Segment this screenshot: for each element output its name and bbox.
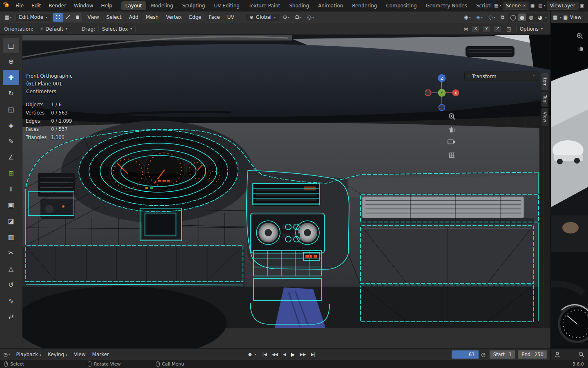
rendered-shading-button[interactable]: ◕ — [536, 13, 544, 21]
timeline-editor-icon[interactable]: ◷ — [3, 352, 7, 357]
tool-edge-slide[interactable]: ⇄ — [3, 309, 19, 324]
pan-hand-icon[interactable] — [448, 125, 456, 133]
transform-panel-header[interactable]: › Transform ∷ — [464, 72, 539, 81]
secondary-image-icon[interactable]: ▣ — [563, 14, 568, 20]
workspace-tab-uv-editing[interactable]: UV Editing — [210, 1, 244, 10]
secondary-viewport-canvas[interactable] — [551, 23, 588, 348]
timeline-editor-caret-icon[interactable]: ▾ — [8, 352, 10, 356]
menu-face[interactable]: Face — [206, 13, 223, 21]
tool-add-cube[interactable]: ⊞ — [3, 166, 19, 181]
corner-snap-icon[interactable]: ◳ — [506, 26, 511, 32]
sidebar-tab-view[interactable]: View — [541, 108, 548, 126]
object-visibility-button[interactable]: ◉▾ — [462, 13, 473, 21]
tool-loop-cut[interactable]: ▥ — [3, 229, 19, 245]
drag-setting-dropdown[interactable]: Select Box ▾ — [98, 25, 136, 33]
viewlayer-icon[interactable]: ▥ — [538, 3, 542, 8]
secondary-zoom-icon[interactable] — [576, 32, 584, 40]
timeline-menu-playback[interactable]: Playback ▾ — [13, 350, 44, 359]
menu-mesh[interactable]: Mesh — [143, 13, 162, 21]
editor-type-button[interactable]: ▦▾ — [2, 13, 13, 21]
options-dropdown[interactable]: Options ▾ — [516, 25, 546, 33]
user-system-icon[interactable] — [554, 351, 561, 358]
menu-render[interactable]: Render — [45, 2, 70, 10]
menu-file[interactable]: File — [12, 2, 27, 10]
sidebar-tab-tool[interactable]: Tool — [541, 91, 548, 107]
pivot-point-button[interactable]: ⊙▾ — [281, 13, 292, 21]
frame-start-field[interactable]: Start 1 — [490, 350, 515, 359]
secondary-pan-hand-icon[interactable] — [577, 45, 584, 52]
workspace-tab-rendering[interactable]: Rendering — [348, 1, 381, 10]
timeline-menu-keying[interactable]: Keying ▾ — [45, 350, 70, 359]
tool-cursor[interactable]: ⊕ — [3, 54, 19, 69]
shading-caret-icon[interactable]: ▾ — [545, 16, 547, 19]
tool-rotate[interactable]: ↻ — [3, 86, 19, 101]
workspace-tab-sculpting[interactable]: Sculpting — [178, 1, 209, 10]
tool-select-box[interactable]: □ — [3, 38, 19, 53]
scene-unlink-icon[interactable]: ✕ — [523, 4, 526, 8]
tool-smooth[interactable]: ∿ — [3, 293, 19, 308]
frame-end-field[interactable]: End 250 — [518, 350, 547, 359]
workspace-tab-geometry-nodes[interactable]: Geometry Nodes — [422, 1, 471, 10]
xray-toggle-button[interactable]: ⧉ — [499, 13, 506, 21]
camera-view-icon[interactable] — [447, 138, 456, 146]
scene-collection-icon[interactable]: ▤ — [494, 3, 498, 8]
tool-extrude-region[interactable]: ⇧ — [3, 182, 19, 197]
workspace-tab-texture-paint[interactable]: Texture Paint — [245, 1, 284, 10]
tool-scale[interactable]: ◱ — [3, 102, 19, 117]
mirror-y-button[interactable]: Y — [483, 25, 490, 33]
menu-edit[interactable]: Edit — [28, 2, 45, 10]
viewlayer-field[interactable]: ViewLayer — [547, 2, 579, 10]
workspace-tab-shading[interactable]: Shading — [285, 1, 313, 10]
workspace-tab-scripting[interactable]: Scripting — [472, 1, 492, 10]
scene-new-icon[interactable]: ▣ — [530, 3, 535, 8]
timeline-menu-marker[interactable]: Marker — [89, 350, 112, 359]
workspace-tab-compositing[interactable]: Compositing — [382, 1, 421, 10]
tool-poly-build[interactable]: △ — [3, 261, 19, 276]
overlays-toggle-button[interactable]: ◌▾ — [486, 13, 497, 21]
blender-logo-icon[interactable] — [2, 2, 10, 9]
timeline-menu-view[interactable]: View — [71, 350, 88, 359]
menu-uv[interactable]: UV — [224, 13, 237, 21]
workspace-tab-animation[interactable]: Animation — [314, 1, 347, 10]
tool-spin[interactable]: ↺ — [3, 277, 19, 292]
menu-add[interactable]: Add — [126, 13, 141, 21]
tool-inset-faces[interactable]: ▣ — [3, 197, 19, 213]
menu-help[interactable]: Help — [97, 2, 116, 10]
panel-grip-icon[interactable]: ∷ — [533, 74, 535, 79]
workspace-tab-modeling[interactable]: Modeling — [147, 1, 178, 10]
viewport-canvas[interactable] — [22, 35, 550, 348]
secondary-editor-caret-icon[interactable]: ▾ — [559, 16, 561, 19]
solid-shading-button[interactable]: ● — [518, 13, 526, 21]
secondary-editor-type-icon[interactable]: ▦ — [553, 14, 557, 20]
menu-edge[interactable]: Edge — [186, 13, 204, 21]
menu-window[interactable]: Window — [70, 2, 97, 10]
tool-annotate[interactable]: ✎ — [3, 134, 19, 149]
tool-transform[interactable]: ◈ — [3, 118, 19, 133]
menu-vertex[interactable]: Vertex — [163, 13, 185, 21]
zoom-icon[interactable] — [448, 112, 456, 121]
orientation-setting-dropdown[interactable]: ⌖ Default ▾ — [37, 25, 71, 33]
edge-select-button[interactable] — [63, 13, 73, 22]
jump-to-start-button[interactable]: |◀ — [261, 351, 269, 357]
next-keyframe-button[interactable]: ▶▶ — [298, 351, 308, 357]
workspace-tab-layout[interactable]: Layout — [121, 1, 146, 10]
viewport-3d[interactable]: □ ⊕ ✚ ↻ ◱ ◈ ✎ ∠ ⊞ ⇧ ▣ ◪ ▥ ✂ △ ↺ ∿ ⇄ Fron… — [0, 35, 550, 348]
snapping-button[interactable]: Ω▾ — [293, 13, 303, 21]
use-preview-range-icon[interactable]: ◷ — [481, 352, 485, 357]
tool-measure[interactable]: ∠ — [3, 150, 19, 165]
tool-bevel[interactable]: ◪ — [3, 213, 19, 229]
mirror-z-button[interactable]: Z — [494, 25, 501, 33]
wireframe-shading-button[interactable]: ◯ — [509, 13, 517, 21]
play-button[interactable]: ▶ — [289, 351, 297, 358]
viewlayer-new-icon[interactable]: ▣ — [580, 3, 584, 8]
auto-keying-button[interactable]: ● — [246, 351, 254, 357]
viewlayer-browse-caret-icon[interactable]: ▾ — [544, 4, 546, 7]
navigation-gizmo[interactable]: Z X Y — [425, 72, 459, 112]
proportional-editing-button[interactable]: ◎▾ — [305, 13, 316, 21]
vertex-select-button[interactable] — [53, 13, 63, 22]
menu-view[interactable]: View — [85, 13, 102, 21]
search-icon[interactable] — [578, 351, 585, 358]
menu-select[interactable]: Select — [104, 13, 125, 21]
scene-field[interactable]: Scene ✕ — [503, 2, 529, 10]
current-frame-field[interactable]: 61 — [452, 350, 479, 359]
